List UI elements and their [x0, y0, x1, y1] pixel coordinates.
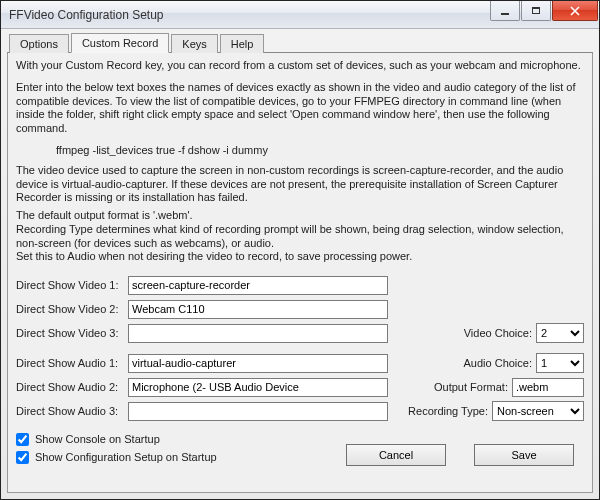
intro-text-2: Enter into the below text boxes the name…	[16, 81, 584, 136]
label-show-console: Show Console on Startup	[35, 433, 160, 445]
select-audio-choice[interactable]: 1	[536, 353, 584, 373]
label-dsv3: Direct Show Video 3:	[16, 327, 128, 339]
row-dsa3: Direct Show Audio 3: Recording Type: Non…	[16, 400, 584, 422]
input-dsa2[interactable]	[128, 378, 388, 397]
save-button[interactable]: Save	[474, 444, 574, 466]
checkbox-show-console[interactable]	[16, 433, 29, 446]
intro-text-1: With your Custom Record key, you can rec…	[16, 59, 584, 73]
row-dsa2: Direct Show Audio 2: Output Format:	[16, 376, 584, 398]
row-show-config: Show Configuration Setup on Startup	[16, 448, 217, 466]
row-dsv2: Direct Show Video 2:	[16, 298, 584, 320]
tab-keys[interactable]: Keys	[171, 34, 217, 53]
row-dsv1: Direct Show Video 1:	[16, 274, 584, 296]
label-recording-type: Recording Type:	[408, 405, 488, 417]
button-bar: Cancel Save	[346, 440, 584, 466]
label-show-config: Show Configuration Setup on Startup	[35, 451, 217, 463]
label-dsv1: Direct Show Video 1:	[16, 279, 128, 291]
row-dsv3: Direct Show Video 3: Video Choice: 2	[16, 322, 584, 344]
tab-strip: Options Custom Record Keys Help	[7, 31, 593, 53]
label-dsa3: Direct Show Audio 3:	[16, 405, 128, 417]
label-dsa2: Direct Show Audio 2:	[16, 381, 128, 393]
info-text-4: Set this to Audio when not desiring the …	[16, 250, 584, 264]
input-dsv2[interactable]	[128, 300, 388, 319]
info-text-2: The default output format is '.webm'.	[16, 209, 584, 223]
ffmpeg-command: ffmpeg -list_devices true -f dshow -i du…	[16, 144, 584, 156]
device-form: Direct Show Video 1: Direct Show Video 2…	[16, 274, 584, 466]
label-output-format: Output Format:	[434, 381, 508, 393]
input-dsa3[interactable]	[128, 402, 388, 421]
info-text-1: The video device used to capture the scr…	[16, 164, 584, 205]
input-dsa1[interactable]	[128, 354, 388, 373]
select-recording-type[interactable]: Non-screen	[492, 401, 584, 421]
input-output-format[interactable]	[512, 378, 584, 397]
input-dsv1[interactable]	[128, 276, 388, 295]
tab-help[interactable]: Help	[220, 34, 265, 53]
checkbox-show-config[interactable]	[16, 451, 29, 464]
window-controls	[490, 1, 599, 28]
label-dsa1: Direct Show Audio 1:	[16, 357, 128, 369]
label-video-choice: Video Choice:	[464, 327, 532, 339]
close-icon	[570, 6, 580, 16]
cancel-button[interactable]: Cancel	[346, 444, 446, 466]
window-title: FFVideo Configuration Setup	[9, 8, 490, 22]
row-dsa1: Direct Show Audio 1: Audio Choice: 1	[16, 352, 584, 374]
tab-custom-record[interactable]: Custom Record	[71, 33, 169, 53]
input-dsv3[interactable]	[128, 324, 388, 343]
close-button[interactable]	[552, 1, 598, 21]
titlebar[interactable]: FFVideo Configuration Setup	[1, 1, 599, 29]
label-dsv2: Direct Show Video 2:	[16, 303, 128, 315]
tabpage-custom-record: With your Custom Record key, you can rec…	[7, 53, 593, 493]
app-window: FFVideo Configuration Setup Options Cust…	[0, 0, 600, 500]
tab-options[interactable]: Options	[9, 34, 69, 53]
maximize-button[interactable]	[521, 1, 551, 21]
minimize-button[interactable]	[490, 1, 520, 21]
bottom-row: Show Console on Startup Show Configurati…	[16, 430, 584, 466]
label-audio-choice: Audio Choice:	[464, 357, 533, 369]
select-video-choice[interactable]: 2	[536, 323, 584, 343]
info-text-3: Recording Type determines what kind of r…	[16, 223, 584, 251]
client-area: Options Custom Record Keys Help With you…	[1, 29, 599, 499]
row-show-console: Show Console on Startup	[16, 430, 217, 448]
